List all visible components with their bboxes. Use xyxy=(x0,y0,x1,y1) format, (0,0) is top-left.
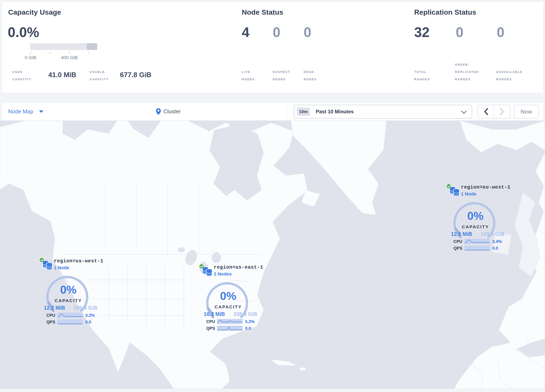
qps-sparkline xyxy=(57,319,83,325)
region-node-count: 1 Node xyxy=(461,191,476,197)
region-label: region=us-west-1 xyxy=(54,258,103,264)
capacity-axis-tick-0: 0 GiB xyxy=(25,55,36,60)
region-node-count: 1 Node xyxy=(54,265,69,271)
replication-status-title: Replication Status xyxy=(414,8,476,16)
unavailable-ranges-label: UNAVAILABLE RANGES xyxy=(496,68,538,83)
node-map xyxy=(0,121,545,389)
cpu-sparkline xyxy=(217,319,243,324)
qps-sparkline xyxy=(464,245,490,251)
dead-nodes-label: DEAD NODES xyxy=(304,68,327,83)
capacity-gauge-percent: 0% xyxy=(446,210,505,221)
now-button[interactable]: Now xyxy=(514,105,539,118)
time-range-label: Past 10 Minutes xyxy=(316,109,353,115)
capacity-usage-percent: 0.0% xyxy=(8,25,39,39)
qps-label: QPS xyxy=(206,326,217,331)
region-label: region=eu-west-1 xyxy=(461,185,511,190)
cpu-label: CPU xyxy=(46,313,57,318)
capacity-gauge-percent: 0% xyxy=(39,284,98,295)
qps-value: 0.0 xyxy=(492,246,498,251)
region-used-capacity: 12.5 MiB xyxy=(451,231,472,237)
region-usable-capacity: 169.4 GiB xyxy=(74,305,97,311)
live-nodes-label: LIVE NODES xyxy=(242,68,265,83)
qps-value: 0.0 xyxy=(245,326,251,331)
qps-label: QPS xyxy=(453,246,464,251)
view-select-label: Node Map xyxy=(8,108,33,115)
database-stack-icon xyxy=(42,260,53,271)
cpu-value: 5.2% xyxy=(245,319,255,324)
capacity-gauge-label: CAPACITY xyxy=(199,305,258,309)
stats-panel: Capacity Usage 0.0% 0 GiB 400 GiB USED C… xyxy=(2,2,543,93)
database-stack-icon xyxy=(202,266,213,277)
location-pin-icon xyxy=(156,108,161,115)
database-stack-icon xyxy=(449,186,460,197)
capacity-usage-bar-reserved xyxy=(87,43,97,50)
qps-label: QPS xyxy=(46,320,57,324)
used-capacity-value: 41.0 MiB xyxy=(48,71,76,79)
cpu-value: 3.2% xyxy=(85,313,95,318)
qps-sparkline xyxy=(217,325,243,331)
capacity-usage-bar xyxy=(30,43,97,50)
time-prev-button[interactable] xyxy=(478,105,494,118)
under-replicated-ranges-value: 0 xyxy=(456,25,464,39)
dead-nodes-value: 0 xyxy=(304,25,311,39)
breadcrumb-label: Cluster xyxy=(163,108,180,115)
toolbar-divider xyxy=(287,103,287,120)
region-marker-us-west-1[interactable]: region=us-west-1 1 Node 0% CAPACITY 12.2… xyxy=(39,257,98,327)
world-map xyxy=(0,121,545,389)
capacity-usage-title: Capacity Usage xyxy=(8,8,61,16)
region-marker-eu-west-1[interactable]: region=eu-west-1 1 Node 0% CAPACITY 12.5… xyxy=(446,183,505,254)
time-next-button[interactable] xyxy=(494,105,510,118)
total-ranges-value: 32 xyxy=(414,25,429,39)
under-replicated-ranges-label: UNDER-REPLICATED RANGES xyxy=(455,61,489,83)
capacity-gauge-label: CAPACITY xyxy=(39,298,98,303)
capacity-gauge-label: CAPACITY xyxy=(446,224,505,229)
suspect-nodes-label: SUSPECT NODES xyxy=(273,68,298,83)
usable-capacity-label: USABLE CAPACITY xyxy=(90,68,118,83)
time-range-dropdown[interactable]: 10m Past 10 Minutes xyxy=(294,105,472,118)
unavailable-ranges-value: 0 xyxy=(497,25,504,39)
region-usable-capacity: 169.4 GiB xyxy=(481,231,504,237)
suspect-nodes-value: 0 xyxy=(273,25,280,39)
chevron-left-icon xyxy=(484,108,488,115)
cpu-label: CPU xyxy=(453,239,464,244)
view-select-dropdown[interactable]: Node Map xyxy=(8,103,43,120)
time-range-badge: 10m xyxy=(297,107,310,116)
chevron-down-icon xyxy=(39,110,43,113)
live-nodes-value: 4 xyxy=(242,25,249,39)
cpu-sparkline xyxy=(464,239,490,244)
cpu-sparkline xyxy=(57,312,83,318)
breadcrumb-cluster[interactable]: Cluster xyxy=(156,103,180,120)
capacity-axis-tick-400: 400 GiB xyxy=(61,55,78,60)
time-nav-group xyxy=(478,105,510,118)
capacity-gauge-percent: 0% xyxy=(199,290,258,301)
map-toolbar: Node Map Cluster 10m Past 10 Minutes Now xyxy=(2,102,543,121)
used-capacity-label: USED CAPACITY xyxy=(12,68,38,83)
node-status-title: Node Status xyxy=(242,8,283,16)
usable-capacity-value: 677.8 GiB xyxy=(120,71,151,79)
region-marker-us-east-1[interactable]: region=us-east-1 2 Nodes 0% CAPACITY 16.… xyxy=(199,263,258,334)
region-usable-capacity: 338.9 GiB xyxy=(233,311,257,317)
region-node-count: 2 Nodes xyxy=(214,271,232,277)
total-ranges-label: TOTAL RANGES xyxy=(414,68,441,83)
cpu-label: CPU xyxy=(206,319,217,324)
qps-value: 0.0 xyxy=(85,320,91,324)
region-label: region=us-east-1 xyxy=(214,265,263,270)
cpu-value: 2.4% xyxy=(492,239,502,244)
region-used-capacity: 16.3 MiB xyxy=(204,311,225,317)
chevron-right-icon xyxy=(500,108,504,115)
chevron-down-icon xyxy=(461,111,467,114)
region-used-capacity: 12.2 MiB xyxy=(44,305,65,311)
